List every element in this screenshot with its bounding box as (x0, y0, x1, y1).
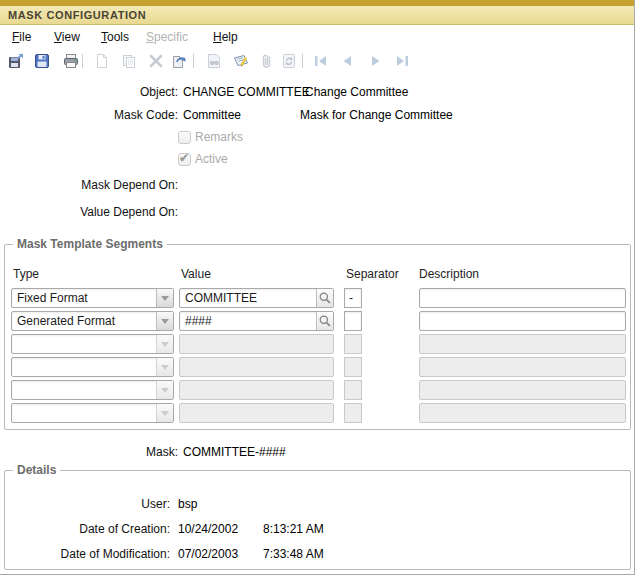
menu-bar: File View Tools Specific Help (0, 26, 635, 50)
segment-separator-input[interactable] (344, 311, 362, 331)
date-of-creation-label: Date of Creation: (5, 522, 170, 536)
column-header-description: Description (419, 267, 479, 281)
chevron-down-icon[interactable] (156, 289, 173, 307)
remarks-checkbox-label: Remarks (195, 130, 243, 144)
menu-help[interactable]: Help (213, 30, 238, 44)
chevron-down-icon (156, 404, 173, 422)
toolbar-separator (302, 54, 303, 68)
mask-depend-on-label: Mask Depend On: (0, 178, 178, 192)
toolbar-separator (193, 54, 194, 68)
last-record-icon (393, 52, 411, 70)
segment-type-value: Generated Format (17, 314, 115, 328)
object-label: Object: (0, 85, 178, 99)
refresh-icon (280, 52, 298, 70)
segment-value-input[interactable]: #### (179, 311, 334, 331)
segment-value-text: #### (185, 314, 212, 328)
lookup-icon[interactable] (316, 289, 333, 307)
mask-template-segments-legend: Mask Template Segments (13, 237, 167, 251)
active-checkbox-label: Active (195, 152, 228, 166)
segment-value-input (179, 403, 334, 423)
mask-label: Mask: (0, 445, 178, 459)
menu-file[interactable]: File (12, 30, 31, 44)
page-title: MASK CONFIGURATION (0, 6, 635, 25)
remarks-checkbox (178, 131, 191, 144)
date-of-creation-date: 10/24/2002 (178, 522, 238, 536)
segment-description-input[interactable] (419, 288, 626, 308)
segment-type-value: Fixed Format (17, 291, 88, 305)
object-description: Change Committee (305, 85, 408, 99)
segment-description-input (419, 334, 626, 354)
segment-row (5, 357, 630, 377)
mask-value: COMMITTEE-#### (183, 445, 286, 459)
chevron-down-icon (156, 358, 173, 376)
mask-code-label: Mask Code: (0, 108, 178, 122)
segment-separator-input (344, 334, 362, 354)
menu-view[interactable]: View (54, 30, 80, 44)
chevron-down-icon (156, 381, 173, 399)
date-of-modification-label: Date of Modification: (5, 547, 170, 561)
chevron-down-icon (156, 335, 173, 353)
segment-type-select[interactable]: Generated Format (11, 311, 174, 331)
notes-icon[interactable] (232, 52, 250, 70)
next-record-icon (367, 52, 385, 70)
segment-row (5, 403, 630, 423)
segment-separator-input (344, 357, 362, 377)
user-label: User: (5, 497, 170, 511)
rollback-icon[interactable] (170, 52, 188, 70)
segment-type-select[interactable] (11, 403, 174, 423)
first-record-icon (312, 52, 330, 70)
toolbar-separator (82, 54, 83, 68)
remarks-checkbox-row: Remarks (178, 130, 243, 144)
details-group: Details User: bsp Date of Creation: 10/2… (4, 470, 631, 570)
column-header-value: Value (181, 267, 211, 281)
mask-template-segments-group: Mask Template Segments Type Value Separa… (4, 244, 631, 430)
segment-description-input (419, 380, 626, 400)
menu-specific: Specific (146, 30, 188, 44)
date-of-creation-time: 8:13:21 AM (263, 522, 324, 536)
save-icon[interactable] (33, 52, 51, 70)
previous-record-icon (338, 52, 356, 70)
segment-type-select[interactable] (11, 357, 174, 377)
menu-tools[interactable]: Tools (101, 30, 129, 44)
segment-value-input (179, 334, 334, 354)
segment-description-input[interactable] (419, 311, 626, 331)
copy-icon (120, 52, 138, 70)
mask-code-description: Mask for Change Committee (300, 108, 453, 122)
exit-icon[interactable] (7, 52, 25, 70)
segment-separator-input (344, 380, 362, 400)
toolbar (0, 50, 635, 74)
attachment-icon (258, 52, 276, 70)
delete-icon (147, 52, 165, 70)
segment-description-input (419, 403, 626, 423)
mask-configuration-window: MASK CONFIGURATION File View Tools Speci… (0, 0, 635, 575)
active-checkbox-row: ✔ Active (178, 152, 228, 166)
segment-type-select[interactable] (11, 380, 174, 400)
user-value: bsp (178, 497, 197, 511)
segment-value-text: COMMITTEE (185, 291, 257, 305)
checkmark-icon: ✔ (179, 151, 189, 165)
segment-description-input (419, 357, 626, 377)
lookup-icon[interactable] (316, 312, 333, 330)
details-legend: Details (13, 463, 60, 477)
chevron-down-icon[interactable] (156, 312, 173, 330)
segment-type-select[interactable]: Fixed Format (11, 288, 174, 308)
column-header-separator: Separator (346, 267, 399, 281)
column-header-type: Type (13, 267, 39, 281)
find-icon (205, 52, 223, 70)
print-icon[interactable] (62, 52, 80, 70)
date-of-modification-date: 07/02/2003 (178, 547, 238, 561)
segment-value-input (179, 357, 334, 377)
segment-separator-input[interactable]: - (344, 288, 362, 308)
segment-separator-input (344, 403, 362, 423)
object-value: CHANGE COMMITTEE (183, 85, 310, 99)
active-checkbox: ✔ (178, 153, 191, 166)
segment-type-select[interactable] (11, 334, 174, 354)
segment-value-input (179, 380, 334, 400)
new-document-icon (93, 52, 111, 70)
segment-row: Fixed Format COMMITTEE - (5, 288, 630, 308)
segment-row (5, 334, 630, 354)
segment-row (5, 380, 630, 400)
segment-row: Generated Format #### (5, 311, 630, 331)
date-of-modification-time: 7:33:48 AM (263, 547, 324, 561)
segment-value-input[interactable]: COMMITTEE (179, 288, 334, 308)
